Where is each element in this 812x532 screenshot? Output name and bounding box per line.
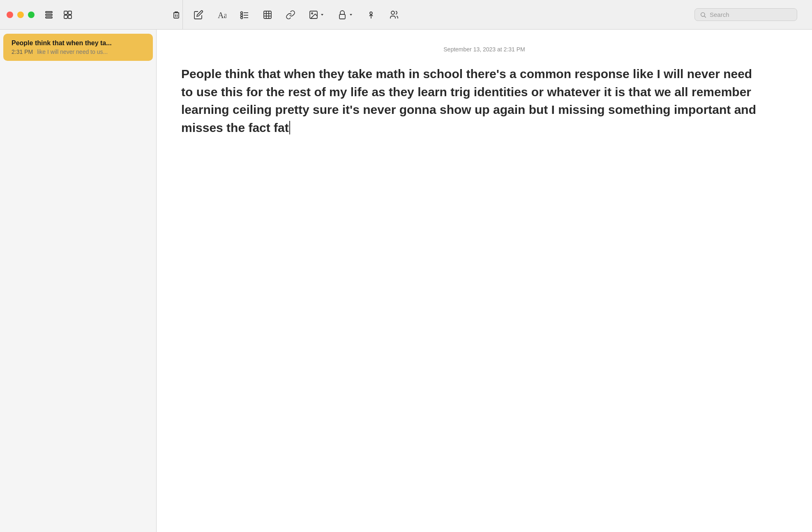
new-note-button[interactable] (191, 7, 206, 22)
minimize-button[interactable] (17, 12, 24, 18)
svg-rect-25 (339, 14, 345, 19)
font-button[interactable]: Aa (214, 7, 229, 22)
svg-point-23 (311, 13, 313, 14)
note-item-time: 2:31 PM (12, 49, 33, 55)
note-text: People think that when they take math in… (181, 67, 756, 134)
list-item[interactable]: People think that when they ta... 2:31 P… (3, 34, 153, 61)
svg-rect-6 (68, 15, 72, 19)
media-button[interactable] (306, 7, 327, 22)
note-item-meta: 2:31 PM like I will never need to us... (12, 49, 145, 55)
close-button[interactable] (7, 12, 13, 18)
svg-marker-24 (321, 14, 323, 16)
text-cursor (289, 121, 290, 134)
svg-marker-26 (350, 14, 352, 16)
svg-point-13 (241, 14, 243, 16)
lock-button[interactable] (335, 7, 355, 22)
maximize-button[interactable] (28, 12, 35, 18)
gallery-view-button[interactable] (62, 9, 74, 21)
table-button[interactable] (260, 7, 275, 22)
svg-rect-0 (46, 12, 52, 13)
share-button[interactable] (364, 7, 378, 22)
list-view-button[interactable] (43, 9, 55, 21)
svg-rect-17 (264, 11, 271, 19)
svg-point-11 (241, 12, 243, 14)
search-input[interactable] (710, 11, 792, 18)
checklist-button[interactable] (237, 7, 252, 22)
svg-rect-4 (68, 11, 72, 14)
link-button[interactable] (283, 7, 298, 22)
svg-point-15 (241, 16, 243, 19)
titlebar: Aa (0, 0, 812, 30)
svg-rect-3 (64, 11, 67, 14)
svg-rect-1 (46, 14, 52, 15)
svg-rect-7 (174, 13, 179, 18)
note-body[interactable]: People think that when they take math in… (181, 65, 757, 136)
note-item-preview: like I will never need to us... (37, 49, 108, 55)
main-toolbar: Aa (183, 7, 805, 22)
search-icon (700, 12, 706, 18)
svg-point-29 (391, 11, 394, 14)
search-box[interactable] (694, 8, 797, 21)
sidebar-toolbar (43, 9, 182, 21)
sidebar: People think that when they ta... 2:31 P… (0, 30, 156, 532)
svg-line-31 (704, 16, 706, 18)
traffic-lights (7, 12, 35, 18)
svg-text:Aa: Aa (218, 11, 226, 20)
svg-rect-5 (64, 15, 67, 19)
svg-rect-2 (46, 17, 52, 18)
app-body: People think that when they ta... 2:31 P… (0, 30, 812, 532)
note-item-title: People think that when they ta... (12, 39, 145, 47)
note-content-area[interactable]: September 13, 2023 at 2:31 PM People thi… (157, 30, 812, 532)
note-date: September 13, 2023 at 2:31 PM (181, 46, 787, 53)
collab-button[interactable] (387, 7, 401, 22)
svg-point-30 (701, 12, 705, 16)
delete-button[interactable] (170, 9, 182, 21)
